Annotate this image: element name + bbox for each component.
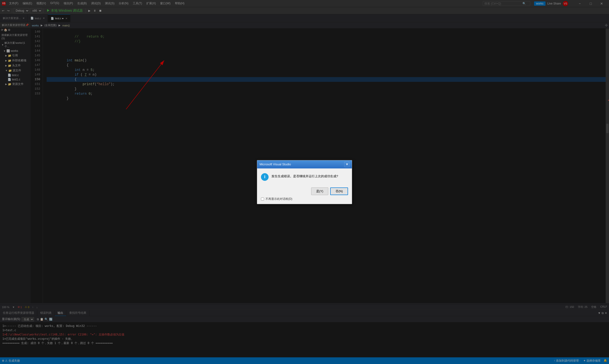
dialog-no-button[interactable]: 否(N) (330, 187, 348, 195)
dialog-box: Microsoft Visual Studio ✕ i 发生生成错误。是否继续并… (257, 160, 352, 204)
dialog-title: Microsoft Visual Studio (259, 162, 291, 166)
dialog-checkbox-label[interactable]: 不再显示此对话框(D) (265, 197, 292, 201)
dialog-message: 发生生成错误。是否继续并运行上次的成功生成? (272, 173, 338, 178)
modal-overlay: Microsoft Visual Studio ✕ i 发生生成错误。是否继续并… (0, 0, 609, 364)
dialog-footer: 是(Y) 否(N) 不再显示此对话框(D) (257, 186, 352, 204)
dialog-buttons: 是(Y) 否(N) (261, 187, 348, 195)
dialog-title-bar: Microsoft Visual Studio ✕ (257, 160, 352, 169)
dialog-yes-button[interactable]: 是(Y) (311, 187, 328, 195)
dialog-close-button[interactable]: ✕ (344, 162, 350, 167)
dialog-info-icon: i (261, 173, 269, 181)
info-char: i (264, 174, 265, 179)
dialog-checkbox-row: 不再显示此对话框(D) (261, 197, 348, 201)
dialog-body: i 发生生成错误。是否继续并运行上次的成功生成? (257, 169, 352, 186)
dialog-checkbox[interactable] (261, 197, 264, 201)
